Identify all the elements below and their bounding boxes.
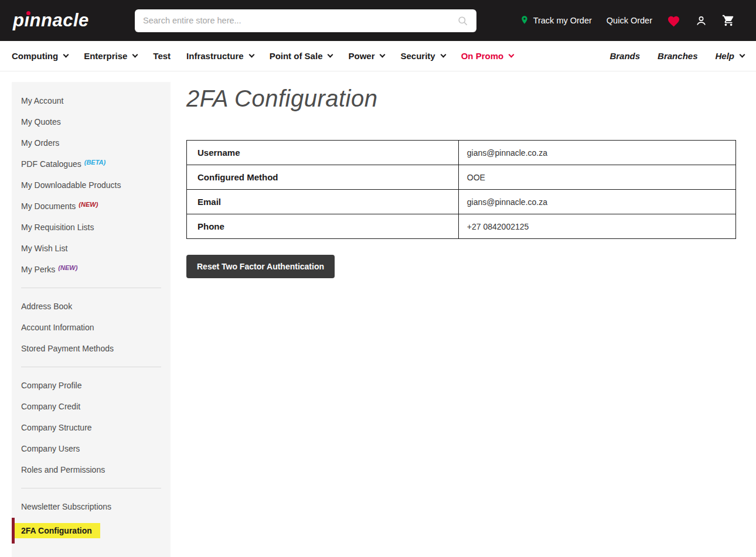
row-label: Configured Method bbox=[187, 165, 459, 190]
sidebar-item-my-wish-list[interactable]: My Wish List bbox=[12, 238, 171, 259]
table-row: Configured Method OOE bbox=[187, 165, 736, 190]
chevron-down-icon bbox=[328, 52, 333, 58]
nav-item-power[interactable]: Power bbox=[348, 51, 384, 61]
quick-order-link[interactable]: Quick Order bbox=[607, 16, 652, 25]
row-value: +27 0842002125 bbox=[458, 214, 735, 239]
row-value: gians@pinnacle.co.za bbox=[458, 190, 735, 214]
chevron-down-icon bbox=[380, 52, 386, 58]
nav-item-infrastructure[interactable]: Infrastructure bbox=[186, 51, 254, 61]
nav-item-brands[interactable]: Brands bbox=[609, 51, 640, 61]
wishlist-heart-icon[interactable] bbox=[667, 15, 680, 27]
sidebar-divider bbox=[21, 488, 161, 488]
account-icon[interactable] bbox=[695, 15, 707, 27]
account-sidebar: My Account My Quotes My Orders PDF Catal… bbox=[12, 82, 171, 557]
nav-item-computing[interactable]: Computing bbox=[12, 51, 68, 61]
chevron-down-icon bbox=[509, 52, 515, 58]
category-nav: Computing Enterprise Test Infrastructure… bbox=[0, 41, 756, 71]
row-value: OOE bbox=[458, 165, 735, 190]
sidebar-item-roles-and-permissions[interactable]: Roles and Permissions bbox=[12, 459, 171, 480]
new-badge: (NEW) bbox=[79, 201, 98, 208]
location-pin-icon bbox=[520, 14, 529, 28]
pinnacle-logo[interactable]: pınnacle bbox=[13, 10, 107, 31]
table-row: Username gians@pinnacle.co.za bbox=[187, 141, 736, 165]
chevron-down-icon bbox=[440, 52, 446, 58]
sidebar-item-company-credit[interactable]: Company Credit bbox=[12, 396, 171, 417]
chevron-down-icon bbox=[740, 52, 745, 58]
header-actions: Track my Order Quick Order bbox=[520, 14, 735, 28]
table-row: Phone +27 0842002125 bbox=[187, 214, 736, 239]
nav-item-point-of-sale[interactable]: Point of Sale bbox=[270, 51, 333, 61]
nav-item-branches[interactable]: Branches bbox=[658, 51, 697, 61]
sidebar-item-my-downloadable-products[interactable]: My Downloadable Products bbox=[12, 175, 171, 196]
reset-2fa-button[interactable]: Reset Two Factor Authentication bbox=[186, 255, 335, 278]
beta-badge: (BETA) bbox=[84, 159, 105, 166]
sidebar-item-account-information[interactable]: Account Information bbox=[12, 317, 171, 338]
sidebar-item-my-requisition-lists[interactable]: My Requisition Lists bbox=[12, 217, 171, 238]
new-badge: (NEW) bbox=[58, 264, 77, 271]
search-input[interactable] bbox=[143, 16, 457, 25]
current-item-highlight: 2FA Configuration bbox=[15, 523, 100, 538]
main-content: 2FA Configuration Username gians@pinnacl… bbox=[186, 82, 736, 557]
nav-item-on-promo[interactable]: On Promo bbox=[461, 51, 514, 61]
sidebar-divider bbox=[21, 288, 161, 288]
chevron-down-icon bbox=[248, 52, 254, 58]
table-row: Email gians@pinnacle.co.za bbox=[187, 190, 736, 214]
track-my-order-link[interactable]: Track my Order bbox=[520, 14, 592, 28]
sidebar-item-company-structure[interactable]: Company Structure bbox=[12, 417, 171, 438]
chevron-down-icon bbox=[63, 52, 69, 58]
top-header: pınnacle Track my Order Quick Order bbox=[0, 0, 756, 41]
row-value: gians@pinnacle.co.za bbox=[458, 141, 735, 165]
cart-icon[interactable] bbox=[722, 14, 735, 27]
sidebar-item-my-quotes[interactable]: My Quotes bbox=[12, 111, 171, 132]
row-label: Username bbox=[187, 141, 459, 165]
sidebar-item-my-orders[interactable]: My Orders bbox=[12, 132, 171, 153]
sidebar-item-newsletter-subscriptions[interactable]: Newsletter Subscriptions bbox=[12, 496, 171, 517]
search-icon[interactable] bbox=[457, 15, 468, 26]
row-label: Email bbox=[187, 190, 459, 214]
sidebar-item-company-users[interactable]: Company Users bbox=[12, 438, 171, 459]
track-my-order-label: Track my Order bbox=[533, 16, 592, 25]
sidebar-divider bbox=[21, 367, 161, 367]
logo-text: p bbox=[13, 10, 24, 30]
account-2fa-table: Username gians@pinnacle.co.za Configured… bbox=[186, 140, 736, 239]
sidebar-item-my-perks[interactable]: My Perks(NEW) bbox=[12, 259, 171, 280]
nav-item-test[interactable]: Test bbox=[153, 51, 171, 61]
page-title: 2FA Configuration bbox=[186, 86, 736, 112]
nav-item-enterprise[interactable]: Enterprise bbox=[84, 51, 137, 61]
sidebar-item-address-book[interactable]: Address Book bbox=[12, 296, 171, 317]
sidebar-item-company-profile[interactable]: Company Profile bbox=[12, 375, 171, 396]
store-search bbox=[135, 9, 476, 32]
sidebar-item-my-documents[interactable]: My Documents(NEW) bbox=[12, 196, 171, 217]
nav-item-help[interactable]: Help bbox=[715, 51, 744, 61]
chevron-down-icon bbox=[132, 52, 138, 58]
current-item-marker bbox=[12, 518, 15, 544]
sidebar-item-stored-payment-methods[interactable]: Stored Payment Methods bbox=[12, 338, 171, 359]
sidebar-item-pdf-catalogues[interactable]: PDF Catalogues(BETA) bbox=[12, 153, 171, 175]
sidebar-item-2fa-configuration[interactable]: 2FA Configuration bbox=[12, 517, 171, 544]
row-label: Phone bbox=[187, 214, 459, 239]
nav-item-security[interactable]: Security bbox=[400, 51, 445, 61]
quick-order-label: Quick Order bbox=[607, 16, 652, 25]
sidebar-item-my-account[interactable]: My Account bbox=[12, 90, 171, 111]
page-body: My Account My Quotes My Orders PDF Catal… bbox=[12, 82, 756, 557]
nav-secondary: Brands Branches Help bbox=[592, 51, 744, 61]
